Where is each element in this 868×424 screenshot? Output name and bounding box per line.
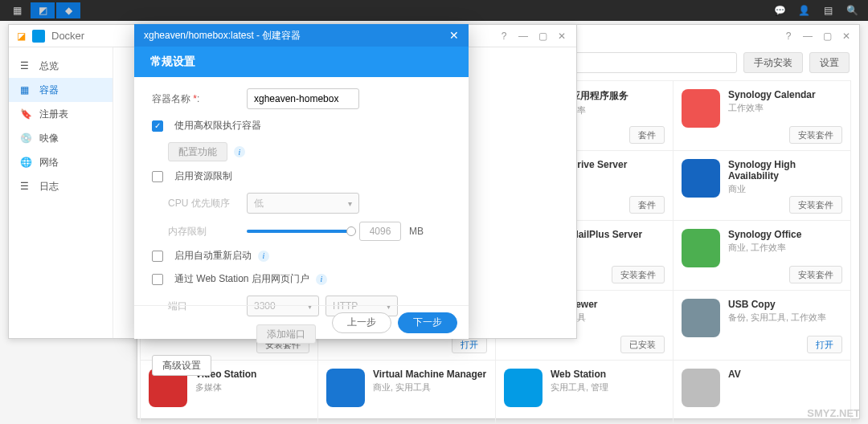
dialog-title: xgheaven/homebox:latest - 创建容器 xyxy=(144,29,301,43)
resource-limit-checkbox[interactable] xyxy=(152,171,163,182)
web-station-checkbox[interactable] xyxy=(152,274,163,285)
package-action-button[interactable]: 安装套件 xyxy=(789,266,842,283)
close-icon[interactable]: ✕ xyxy=(555,30,568,43)
package-card[interactable]: Synology High Availability商业安装套件 xyxy=(673,150,851,221)
package-category: 工作效率 xyxy=(728,102,842,114)
package-name: Synology Office xyxy=(728,229,842,240)
package-category: 商业, 工作效率 xyxy=(728,242,842,254)
package-action-button[interactable]: 打开 xyxy=(807,336,842,353)
container-name-input[interactable] xyxy=(247,88,359,109)
package-name: USB Copy xyxy=(728,299,842,310)
package-icon xyxy=(682,159,720,198)
sidebar-item-4[interactable]: 🌐网络 xyxy=(9,150,113,174)
package-category: 商业 xyxy=(728,183,842,195)
widget-icon[interactable]: ▤ xyxy=(817,2,839,18)
maximize-icon[interactable]: ▢ xyxy=(536,30,549,43)
manual-install-button[interactable]: 手动安装 xyxy=(743,52,803,73)
package-category: 实用工具, 管理 xyxy=(551,381,665,393)
package-icon xyxy=(682,229,720,267)
docker-icon xyxy=(32,30,45,43)
info-icon[interactable]: i xyxy=(234,146,245,157)
package-name: Synology Calendar xyxy=(728,89,842,100)
package-action-button[interactable]: 安装套件 xyxy=(612,266,665,283)
package-category: 备份, 实用工具, 工作效率 xyxy=(728,312,842,324)
package-card[interactable]: Synology Calendar工作效率安装套件 xyxy=(673,80,851,151)
package-card[interactable]: Web Station实用工具, 管理 xyxy=(495,360,674,424)
package-icon xyxy=(682,369,720,407)
sidebar-item-0[interactable]: ☰总览 xyxy=(9,54,113,78)
resource-limit-label: 启用资源限制 xyxy=(174,169,232,183)
help-icon[interactable]: ? xyxy=(782,30,795,43)
package-card[interactable]: Synology Office商业, 工作效率安装套件 xyxy=(673,220,851,291)
sidebar-item-1[interactable]: ▦容器 xyxy=(9,78,113,102)
auto-restart-checkbox[interactable] xyxy=(152,251,163,262)
package-card[interactable]: USB Copy备份, 实用工具, 工作效率打开 xyxy=(673,290,851,361)
minimize-icon[interactable]: — xyxy=(517,30,530,43)
package-name: AV xyxy=(728,369,842,380)
search-icon[interactable]: 🔍 xyxy=(841,2,863,18)
taskbar-app-docker[interactable]: ◆ xyxy=(56,2,80,18)
package-icon xyxy=(682,89,720,128)
high-privilege-checkbox[interactable] xyxy=(152,120,163,132)
package-action-button[interactable]: 已安装 xyxy=(620,336,665,353)
prev-button[interactable]: 上一步 xyxy=(332,312,391,333)
create-container-dialog: xgheaven/homebox:latest - 创建容器 ✕ 常规设置 容器… xyxy=(134,24,469,339)
web-station-label: 通过 Web Station 启用网页门户 xyxy=(174,272,309,286)
help-icon[interactable]: ? xyxy=(497,30,510,43)
chat-icon[interactable]: 💬 xyxy=(768,2,791,18)
container-name-label: 容器名称 *: xyxy=(152,92,240,106)
cpu-priority-label: CPU 优先顺序 xyxy=(168,197,240,210)
package-icon xyxy=(504,369,542,407)
watermark: SMYZ.NET xyxy=(807,407,860,419)
memory-slider xyxy=(247,230,351,233)
package-name: Synology High Availability xyxy=(728,159,842,181)
minimize-icon[interactable]: — xyxy=(801,30,814,43)
close-icon[interactable]: ✕ xyxy=(840,30,853,43)
package-name: Web Station xyxy=(551,369,665,380)
package-action-button[interactable]: 安装套件 xyxy=(789,196,842,214)
info-icon[interactable]: i xyxy=(316,274,327,285)
system-topbar: ▦ ◩ ◆ 💬 👤 ▤ 🔍 xyxy=(0,0,868,21)
advanced-settings-button[interactable]: 高级设置 xyxy=(152,355,211,376)
package-icon xyxy=(682,299,720,337)
config-capabilities-button[interactable]: 配置功能 xyxy=(168,142,227,161)
sidebar-item-2[interactable]: 🔖注册表 xyxy=(9,102,113,126)
high-privilege-label: 使用高权限执行容器 xyxy=(174,119,261,132)
maximize-icon[interactable]: ▢ xyxy=(821,30,833,43)
sidebar-item-3[interactable]: 💿映像 xyxy=(9,126,113,150)
memory-unit: MB xyxy=(409,226,424,237)
next-button[interactable]: 下一步 xyxy=(398,312,457,333)
info-icon[interactable]: i xyxy=(258,251,269,262)
package-action-button[interactable]: 套件 xyxy=(629,126,665,144)
close-icon[interactable]: ✕ xyxy=(449,29,459,42)
package-action-button[interactable]: 套件 xyxy=(629,196,665,214)
dialog-section-title: 常规设置 xyxy=(134,47,469,77)
package-action-button[interactable]: 安装套件 xyxy=(789,126,842,144)
cpu-priority-select: 低 xyxy=(247,193,359,214)
taskbar-app-1[interactable]: ◩ xyxy=(31,2,55,18)
memory-limit-label: 内存限制 xyxy=(168,225,240,238)
sidebar-item-5[interactable]: ☰日志 xyxy=(9,174,113,198)
apps-icon[interactable]: ▦ xyxy=(5,2,29,18)
auto-restart-label: 启用自动重新启动 xyxy=(174,249,252,263)
memory-input: 4096 xyxy=(359,222,401,241)
docker-title: Docker xyxy=(51,30,84,42)
settings-button[interactable]: 设置 xyxy=(809,52,850,73)
user-icon[interactable]: 👤 xyxy=(792,2,815,18)
